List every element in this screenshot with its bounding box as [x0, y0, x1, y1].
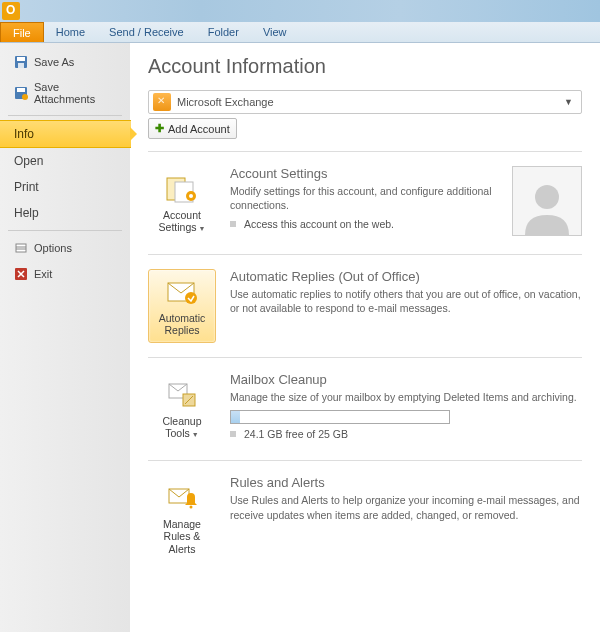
tab-folder[interactable]: Folder	[196, 22, 251, 42]
svg-point-13	[189, 194, 193, 198]
section-title: Account Settings	[230, 166, 498, 181]
cleanup-tools-icon	[165, 379, 199, 411]
button-label: Automatic Replies	[151, 312, 213, 336]
window-titlebar	[0, 0, 600, 22]
account-settings-button[interactable]: Account Settings▼	[148, 166, 216, 240]
section-title: Automatic Replies (Out of Office)	[230, 269, 582, 284]
sidebar-info[interactable]: Info	[0, 120, 131, 148]
account-settings-icon	[165, 173, 199, 205]
sidebar-help[interactable]: Help	[0, 200, 130, 226]
content-pane: Account Information Microsoft Exchange ▼…	[130, 43, 600, 632]
sidebar-item-label: Exit	[34, 268, 52, 280]
save-icon	[14, 55, 28, 69]
mailbox-quota-bar	[230, 410, 450, 424]
tab-file[interactable]: File	[0, 22, 44, 42]
page-title: Account Information	[148, 55, 582, 78]
outlook-app-icon	[2, 2, 20, 20]
sidebar-exit[interactable]: Exit	[0, 261, 130, 287]
svg-point-14	[535, 185, 559, 209]
section-title: Mailbox Cleanup	[230, 372, 582, 387]
dropdown-arrow-icon: ▼	[192, 431, 199, 439]
svg-point-21	[190, 506, 193, 509]
sidebar-item-label: Print	[14, 180, 39, 194]
section-description: Manage the size of your mailbox by empty…	[230, 390, 582, 404]
account-selector[interactable]: Microsoft Exchange ▼	[148, 90, 582, 114]
quota-text: 24.1 GB free of 25 GB	[244, 428, 348, 440]
backstage-sidebar: Save As Save Attachments Info Open Print…	[0, 43, 130, 632]
exchange-icon	[153, 93, 171, 111]
button-label: Manage Rules & Alerts	[151, 518, 213, 554]
section-title: Rules and Alerts	[230, 475, 582, 490]
sidebar-item-label: Save Attachments	[34, 81, 120, 105]
section-description: Use Rules and Alerts to help organize yo…	[230, 493, 582, 521]
add-account-button[interactable]: ✚ Add Account	[148, 118, 237, 139]
sidebar-item-label: Save As	[34, 56, 74, 68]
automatic-replies-button[interactable]: Automatic Replies	[148, 269, 216, 343]
svg-rect-2	[18, 63, 24, 68]
quota-text-row: 24.1 GB free of 25 GB	[230, 428, 582, 440]
exit-icon	[14, 267, 28, 281]
sidebar-item-label: Open	[14, 154, 43, 168]
sidebar-save-attachments[interactable]: Save Attachments	[0, 75, 130, 111]
bullet-icon	[230, 431, 236, 437]
sidebar-print[interactable]: Print	[0, 174, 130, 200]
sidebar-open[interactable]: Open	[0, 148, 130, 174]
tab-home[interactable]: Home	[44, 22, 97, 42]
automatic-replies-icon	[165, 276, 199, 308]
quota-fill	[231, 411, 240, 423]
account-name: Microsoft Exchange	[177, 96, 558, 108]
dropdown-arrow-icon: ▼	[199, 225, 206, 233]
button-label: Account Settings	[159, 209, 201, 233]
tab-send-receive[interactable]: Send / Receive	[97, 22, 196, 42]
cleanup-tools-button[interactable]: Cleanup Tools▼	[148, 372, 216, 446]
sidebar-save-as[interactable]: Save As	[0, 49, 130, 75]
svg-point-5	[22, 94, 28, 100]
sidebar-item-label: Options	[34, 242, 72, 254]
bullet-icon	[230, 221, 236, 227]
sidebar-separator	[8, 115, 122, 116]
section-description: Use automatic replies to notify others t…	[230, 287, 582, 315]
plus-icon: ✚	[155, 122, 164, 135]
section-account-settings: Account Settings▼ Account Settings Modif…	[148, 151, 582, 254]
section-automatic-replies: Automatic Replies Automatic Replies (Out…	[148, 254, 582, 357]
section-description: Modify settings for this account, and co…	[230, 184, 498, 212]
svg-point-16	[185, 292, 197, 304]
bullet-text: Access this account on the web.	[244, 218, 394, 230]
add-account-label: Add Account	[168, 123, 230, 135]
tab-view[interactable]: View	[251, 22, 299, 42]
chevron-down-icon: ▼	[564, 97, 577, 107]
section-rules-alerts: Manage Rules & Alerts Rules and Alerts U…	[148, 460, 582, 575]
section-mailbox-cleanup: Cleanup Tools▼ Mailbox Cleanup Manage th…	[148, 357, 582, 460]
save-attach-icon	[14, 86, 28, 100]
svg-rect-6	[16, 244, 26, 252]
rules-alerts-icon	[165, 482, 199, 514]
manage-rules-button[interactable]: Manage Rules & Alerts	[148, 475, 216, 561]
ribbon-tabs: File Home Send / Receive Folder View	[0, 22, 600, 43]
svg-rect-4	[17, 88, 25, 92]
options-icon	[14, 241, 28, 255]
sidebar-item-label: Help	[14, 206, 39, 220]
sidebar-options[interactable]: Options	[0, 235, 130, 261]
svg-rect-1	[17, 57, 25, 61]
user-avatar	[512, 166, 582, 236]
sidebar-item-label: Info	[14, 127, 34, 141]
section-bullet: Access this account on the web.	[230, 218, 498, 230]
sidebar-separator	[8, 230, 122, 231]
